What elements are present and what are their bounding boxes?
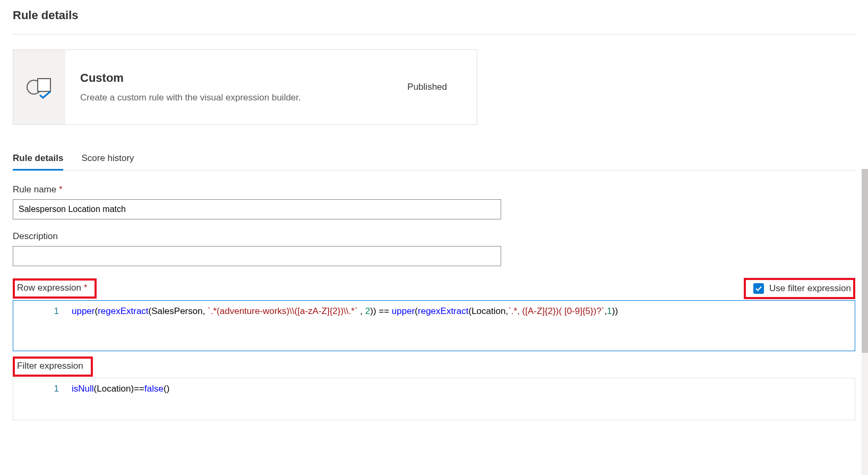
filter-expression-label-highlight: Filter expression [13, 357, 93, 377]
required-asterisk: * [84, 283, 88, 293]
svg-rect-1 [38, 79, 50, 91]
description-label: Description [13, 231, 855, 242]
checkbox-checked-icon [753, 283, 764, 294]
rule-name-input[interactable] [13, 199, 501, 219]
row-expression-gutter: 1 [13, 301, 66, 351]
tab-rule-details[interactable]: Rule details [13, 153, 63, 171]
rule-type-icon-box [13, 50, 65, 124]
row-expression-label-highlight: Row expression * [13, 278, 97, 299]
scrollbar-thumb[interactable] [862, 169, 868, 353]
use-filter-expression-label: Use filter expression [769, 283, 851, 294]
filter-expression-label: Filter expression [17, 361, 83, 371]
filter-expression-code[interactable]: isNull(Location)==false() [66, 378, 855, 420]
rule-name-label: Rule name * [13, 184, 855, 195]
custom-rule-icon [26, 75, 53, 99]
vertical-scrollbar[interactable] [862, 169, 868, 429]
divider [13, 34, 855, 35]
tab-score-history[interactable]: Score history [81, 153, 134, 171]
use-filter-highlight: Use filter expression [744, 278, 855, 299]
page-title: Rule details [13, 9, 855, 22]
required-asterisk: * [59, 184, 63, 194]
filter-expression-editor[interactable]: 1 isNull(Location)==false() [13, 378, 855, 420]
row-expression-code[interactable]: upper(regexExtract(SalesPerson, `.*(adve… [66, 301, 855, 351]
row-expression-label-text: Row expression [17, 283, 81, 293]
row-expression-editor[interactable]: 1 upper(regexExtract(SalesPerson, `.*(ad… [13, 300, 855, 351]
rule-type-title: Custom [80, 71, 301, 85]
rule-status: Published [407, 82, 462, 92]
description-input[interactable] [13, 246, 501, 266]
row-expression-label: Row expression * [17, 283, 87, 293]
rule-type-description: Create a custom rule with the visual exp… [80, 92, 301, 103]
filter-expression-gutter: 1 [13, 378, 66, 420]
rule-type-card: Custom Create a custom rule with the vis… [13, 49, 477, 125]
tabs: Rule details Score history [13, 152, 855, 171]
line-number: 1 [13, 305, 59, 318]
rule-name-label-text: Rule name [13, 184, 56, 194]
use-filter-expression-checkbox[interactable]: Use filter expression [753, 283, 851, 294]
line-number: 1 [13, 383, 59, 395]
